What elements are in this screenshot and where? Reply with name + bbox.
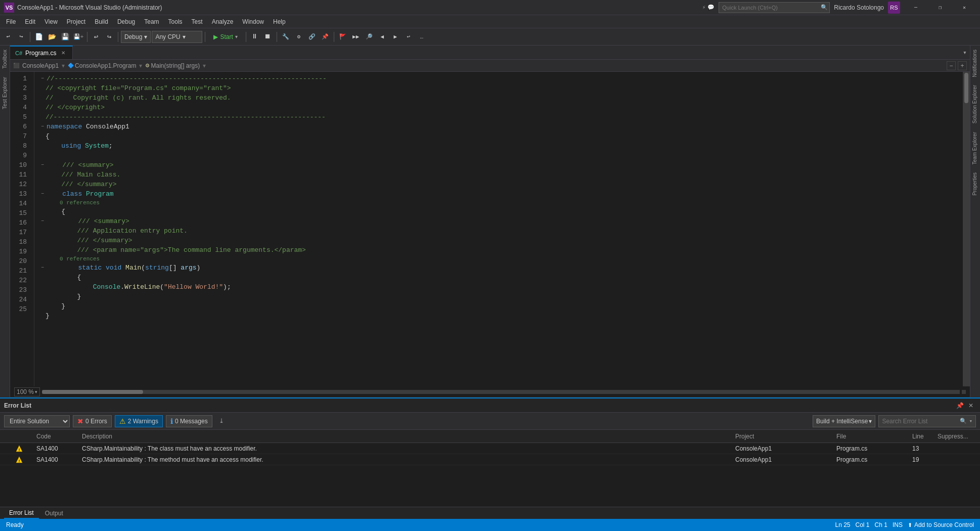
quick-launch-input[interactable] [719,2,830,13]
output-tab[interactable]: Output [40,508,68,519]
line-num-14: 14 [10,199,30,208]
menu-edit[interactable]: Edit [21,16,39,27]
test-explorer-tab[interactable]: Test Explorer [0,73,10,113]
start-button[interactable]: ▶ Start ▾ [208,31,243,43]
col-line[interactable]: Line [910,433,936,440]
toolbar-sep-1 [30,32,30,42]
h-scrollbar-thumb[interactable] [42,390,143,394]
properties-tab[interactable]: Properties [970,168,980,200]
search-error-input[interactable] [882,418,958,425]
platform-dropdown[interactable]: Any CPU ▾ [152,31,202,43]
toolbar-btn-8[interactable]: 🔧 [280,31,292,43]
errors-filter-btn[interactable]: ✖ 0 Errors [73,415,112,427]
collapse-6[interactable]: − [39,122,46,131]
toolbar-btn-9[interactable]: ⚙ [293,31,305,43]
toolbar-save-btn[interactable]: 💾 [59,31,71,43]
menu-tools[interactable]: Tools [164,16,187,27]
menu-help[interactable]: Help [269,16,290,27]
notifications-tab[interactable]: Notifications [970,46,980,81]
col-description[interactable]: Description [80,433,733,440]
tab-list-btn[interactable]: ▾ [960,46,970,59]
error-list-tab[interactable]: Error List [4,508,39,519]
nav-project[interactable]: ConsoleApp1 [22,62,59,69]
warnings-filter-btn[interactable]: ⚠ 2 Warnings [115,415,163,427]
tab-program-cs[interactable]: C# Program.cs ✕ [10,46,73,59]
team-explorer-tab[interactable]: Team Explorer [970,128,980,168]
toolbar-btn-14[interactable]: 🔎 [363,31,375,43]
toolbar-btn-13[interactable]: ▶▶ [350,31,362,43]
toolbar-btn-10[interactable]: 🔗 [306,31,318,43]
menu-debug[interactable]: Debug [113,16,139,27]
error-row-2[interactable]: ! SA1400 CSharp.Maintainability : The me… [0,454,980,465]
nav-class[interactable]: 🔷 ConsoleApp1.Program [68,62,136,69]
toolbar-btn-17[interactable]: ↩ [403,31,415,43]
collapse-15[interactable]: − [39,216,46,226]
start-icon: ▶ [213,33,218,40]
menu-build[interactable]: Build [91,16,112,27]
search-error-dropdown[interactable]: ▾ [969,418,972,424]
toolbar-new-btn[interactable]: 📄 [33,31,45,43]
extra-filter-btn[interactable]: ⤓ [215,415,228,427]
nav-member[interactable]: ⚙ Main(string[] args) [145,62,200,69]
status-ch[interactable]: Ch 1 [873,521,889,528]
toolbar-btn-15[interactable]: ◀ [376,31,388,43]
toolbar-redo-btn[interactable]: ↪ [103,31,115,43]
nav-expand-btn[interactable]: + [958,61,967,70]
debug-config-dropdown[interactable]: Debug ▾ [121,31,151,43]
panel-pin-btn[interactable]: 📌 [955,401,965,411]
menu-test[interactable]: Test [188,16,207,27]
toolbar-saveall-btn[interactable]: 💾+ [72,31,84,43]
toolbar-btn-7[interactable]: ⏹ [262,31,274,43]
collapse-10[interactable]: − [39,160,46,170]
minimize-btn[interactable]: — [904,0,927,15]
scope-dropdown[interactable]: Entire Solution [4,415,70,427]
toolbox-tab[interactable]: Toolbox [0,46,10,73]
toolbar-btn-16[interactable]: ▶ [389,31,402,43]
menu-analyze[interactable]: Analyze [208,16,238,27]
nav-collapse-btn[interactable]: − [947,61,956,70]
build-filter-dropdown[interactable]: Build + IntelliSense ▾ [813,415,875,427]
code-content[interactable]: − //------------------------------------… [34,72,963,386]
toolbar-back-btn[interactable]: ↩ [2,31,14,43]
toolbar-btn-18[interactable]: … [416,31,428,43]
zoom-control[interactable]: 100 % ▾ [14,387,40,396]
ref-hint-18[interactable]: 0 references [39,255,100,263]
status-col[interactable]: Col 1 [854,521,872,528]
status-ready[interactable]: Ready [4,519,26,531]
toolbar-btn-12[interactable]: 🚩 [337,31,349,43]
menu-window[interactable]: Window [238,16,268,27]
status-source-control[interactable]: ⬆ Add to Source Control [906,521,976,528]
collapse-19[interactable]: − [39,263,46,273]
toolbar-btn-6[interactable]: ⏸ [249,31,261,43]
menu-project[interactable]: Project [63,16,90,27]
messages-filter-btn[interactable]: ℹ 0 Messages [166,415,212,427]
close-btn[interactable]: ✕ [953,0,976,15]
ref-hint-13[interactable]: 0 references [39,199,100,207]
status-ins[interactable]: INS [890,521,905,528]
editor-scrollbar[interactable] [963,72,970,386]
toolbar-open-btn[interactable]: 📂 [46,31,58,43]
panel-close-btn[interactable]: ✕ [966,401,976,411]
solution-explorer-tab[interactable]: Solution Explorer [970,81,980,127]
warning-triangle-icon-1: ! [16,445,23,452]
toolbar-btn-11[interactable]: 📌 [319,31,331,43]
h-scrollbar[interactable] [42,390,960,394]
menu-bar: File Edit View Project Build Debug Team … [0,15,980,28]
svg-text:!: ! [19,447,20,452]
col-code[interactable]: Code [34,433,80,440]
col-file[interactable]: File [834,433,910,440]
tab-close-btn[interactable]: ✕ [59,49,67,57]
status-ln[interactable]: Ln 25 [833,521,853,528]
menu-file[interactable]: File [2,16,20,27]
collapse-13[interactable]: − [39,189,46,199]
col-suppress[interactable]: Suppress... [936,433,976,440]
menu-team[interactable]: Team [140,16,163,27]
editor-scroll-thumb[interactable] [964,73,968,103]
menu-view[interactable]: View [40,16,62,27]
error-row-1[interactable]: ! SA1400 CSharp.Maintainability : The cl… [0,443,980,454]
col-project[interactable]: Project [733,433,834,440]
collapse-1[interactable]: − [39,74,46,83]
toolbar-undo-btn[interactable]: ↩ [90,31,102,43]
restore-btn[interactable]: ❐ [928,0,952,15]
toolbar-forward-btn[interactable]: ↪ [15,31,27,43]
